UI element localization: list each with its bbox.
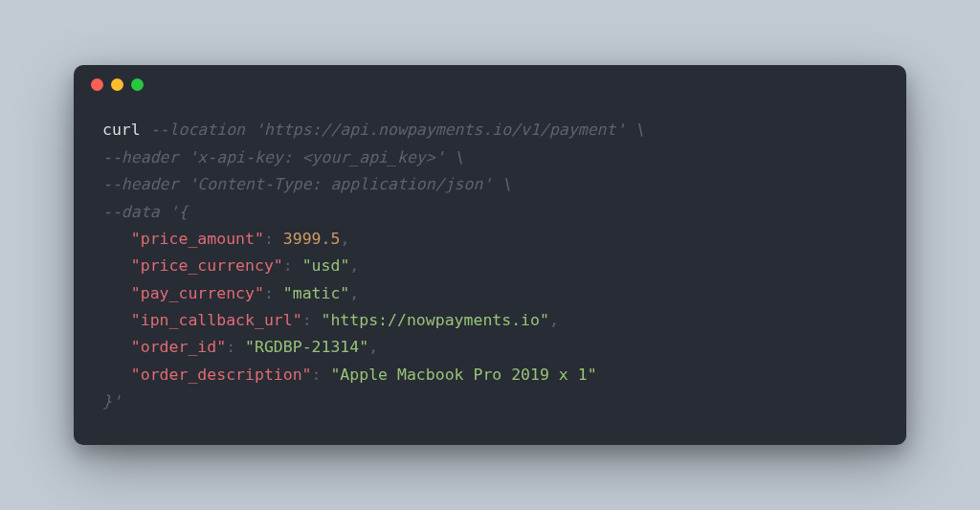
- minimize-icon[interactable]: [111, 78, 123, 91]
- terminal-window: curl --location 'https://api.nowpayments…: [74, 65, 906, 444]
- comma: ,: [349, 284, 359, 302]
- json-key: "order_description": [131, 366, 312, 384]
- json-key: "pay_currency": [131, 284, 264, 302]
- json-key: "order_id": [131, 338, 226, 356]
- indent: [102, 366, 131, 384]
- comma: ,: [349, 256, 359, 275]
- json-string: "https://nowpayments.io": [322, 311, 549, 329]
- header-value: 'x-api-key: <your_api_key>': [188, 148, 444, 166]
- zoom-icon[interactable]: [131, 78, 144, 91]
- data-flag: --data: [102, 203, 160, 221]
- data-close: }': [102, 392, 122, 410]
- line-continuation: \: [492, 175, 511, 193]
- indent: [102, 311, 131, 329]
- json-string: "matic": [283, 284, 350, 302]
- comma: ,: [549, 311, 559, 329]
- line-continuation: \: [445, 148, 464, 166]
- indent: [102, 284, 131, 302]
- comma: ,: [340, 230, 349, 248]
- location-value: 'https://api.nowpayments.io/v1/payment': [255, 121, 625, 139]
- colon: :: [226, 338, 245, 356]
- indent: [102, 338, 131, 356]
- titlebar: [74, 65, 906, 103]
- comma: ,: [368, 338, 378, 356]
- json-string: "usd": [302, 256, 350, 275]
- colon: :: [264, 230, 283, 248]
- curl-command: curl: [102, 121, 141, 139]
- location-flag: --location: [150, 121, 245, 139]
- colon: :: [264, 284, 283, 302]
- data-open: '{: [169, 203, 189, 221]
- json-number: 3999.5: [283, 230, 341, 248]
- header-flag: --header: [102, 148, 178, 166]
- indent: [102, 256, 131, 275]
- colon: :: [302, 311, 322, 329]
- json-key: "ipn_callback_url": [131, 311, 302, 329]
- header-value: 'Content-Type: application/json': [188, 175, 492, 193]
- close-icon[interactable]: [91, 78, 103, 91]
- json-string: "RGDBP-21314": [245, 338, 368, 356]
- colon: :: [283, 256, 302, 275]
- header-flag: --header: [102, 175, 178, 193]
- line-continuation: \: [625, 121, 644, 139]
- json-key: "price_currency": [131, 256, 283, 275]
- json-string: "Apple Macbook Pro 2019 x 1": [330, 366, 596, 384]
- code-block: curl --location 'https://api.nowpayments…: [74, 103, 906, 444]
- colon: :: [312, 366, 331, 384]
- indent: [102, 230, 131, 248]
- json-key: "price_amount": [131, 230, 264, 248]
